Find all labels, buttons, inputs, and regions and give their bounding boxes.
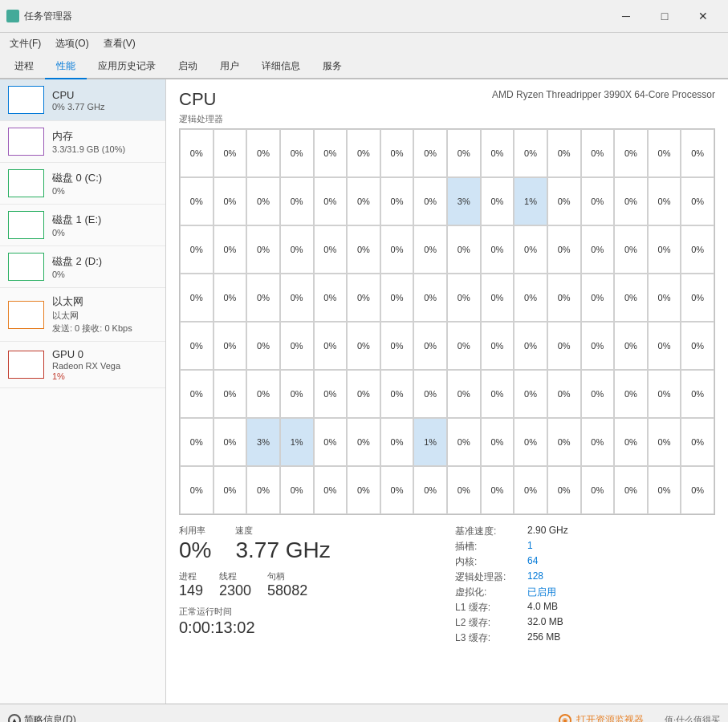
cpu-cell: 0%: [280, 225, 314, 274]
window-controls: ─ □ ✕: [608, 5, 722, 27]
cpu-cell: 0%: [413, 177, 447, 225]
cpu-cell: 0%: [447, 466, 481, 514]
title-bar: 任务管理器 ─ □ ✕: [0, 0, 728, 33]
bottom-bar-left: ▲ 简略信息(D): [8, 713, 76, 722]
cpu-cell: 0%: [180, 177, 214, 225]
cpu-cell: 1%: [280, 418, 314, 466]
cpu-cell: 0%: [614, 370, 648, 418]
sidebar-item-cpu[interactable]: CPU 0% 3.77 GHz: [0, 79, 165, 121]
cpu-cell: 0%: [314, 418, 348, 466]
cpu-cell: 0%: [481, 177, 514, 225]
tab-services[interactable]: 服务: [311, 55, 353, 79]
cpu-cell: 0%: [314, 370, 348, 418]
summary-icon: ▲: [8, 714, 21, 723]
spec-table: 基准速度: 2.90 GHz 插槽: 1 内核: 64 逻辑处理器: 128: [455, 525, 715, 645]
cpu-cell: 1%: [413, 418, 447, 466]
spec-logical-key: 逻辑处理器:: [455, 570, 527, 584]
stat-process: 进程 149: [179, 570, 203, 599]
cpu-cell: 0%: [347, 418, 380, 466]
cpu-cell: 0%: [280, 322, 314, 370]
sidebar-detail-disk0: 0%: [52, 186, 157, 196]
sidebar-label-disk1: 磁盘 1 (E:) 0%: [52, 213, 157, 237]
tab-app-history[interactable]: 应用历史记录: [87, 55, 167, 79]
sidebar-item-gpu[interactable]: GPU 0 Radeon RX Vega 1%: [0, 342, 165, 388]
cpu-cell: 0%: [214, 177, 247, 225]
cpu-grid: 0%0%0%0%0%0%0%0%0%0%0%0%0%0%0%0%0%0%0%0%…: [179, 128, 715, 515]
spec-cores-key: 内核:: [455, 555, 527, 569]
cpu-cell: 0%: [581, 466, 615, 514]
cpu-cell: 0%: [681, 466, 714, 514]
menu-bar: 文件(F) 选项(O) 查看(V): [0, 33, 728, 55]
sidebar-name-ethernet: 以太网: [52, 294, 157, 309]
sidebar-label-ethernet: 以太网 以太网 发送: 0 接收: 0 Kbps: [52, 294, 157, 335]
cpu-cell: 0%: [413, 370, 447, 418]
cpu-cell: 0%: [447, 418, 481, 466]
cpu-cell: 0%: [380, 466, 414, 514]
cpu-cell: 0%: [514, 322, 547, 370]
sidebar-item-ethernet[interactable]: 以太网 以太网 发送: 0 接收: 0 Kbps: [0, 288, 165, 342]
stat-row-pth: 进程 149 线程 2300 句柄 58082: [179, 570, 439, 599]
cpu-cell: 0%: [547, 322, 581, 370]
sidebar-name-disk0: 磁盘 0 (C:): [52, 171, 157, 185]
sidebar-detail-disk1: 0%: [52, 228, 157, 237]
cpu-cell: 0%: [280, 177, 314, 225]
sidebar-item-disk2[interactable]: 磁盘 2 (D:) 0%: [0, 246, 165, 288]
summary-link[interactable]: 简略信息(D): [24, 713, 76, 722]
tab-process[interactable]: 进程: [3, 55, 45, 79]
cpu-cell: 0%: [481, 418, 514, 466]
sidebar-item-memory[interactable]: 内存 3.3/31.9 GB (10%): [0, 121, 165, 163]
cpu-cell: 0%: [481, 129, 514, 177]
spec-base-speed-key: 基准速度:: [455, 525, 527, 538]
cpu-cell: 0%: [214, 274, 247, 322]
menu-options[interactable]: 选项(O): [49, 34, 95, 53]
cpu-cell: 0%: [447, 370, 481, 418]
spec-l1-val: 4.0 MB: [527, 601, 558, 615]
spec-virt-val: 已启用: [527, 586, 556, 599]
stat-utilization: 利用率 0%: [179, 525, 211, 564]
sidebar-name-memory: 内存: [52, 129, 157, 144]
menu-view[interactable]: 查看(V): [97, 34, 142, 53]
bottom-bar: ▲ 简略信息(D) ◉ 打开资源监视器 值·什么值得买: [0, 704, 728, 722]
spec-l3: L3 缓存: 256 MB: [455, 631, 715, 645]
cpu-cell: 0%: [246, 177, 280, 225]
stat-thread-value: 2300: [219, 582, 251, 599]
tab-details[interactable]: 详细信息: [250, 55, 311, 79]
cpu-cell: 0%: [581, 129, 615, 177]
spec-cores-val: 64: [527, 555, 538, 569]
cpu-cell: 0%: [648, 274, 681, 322]
close-button[interactable]: ✕: [685, 5, 722, 27]
stat-process-value: 149: [179, 582, 203, 599]
cpu-cell: 0%: [180, 274, 214, 322]
cpu-cell: 0%: [481, 274, 514, 322]
cpu-cell: 0%: [547, 418, 581, 466]
sidebar-detail-memory: 3.3/31.9 GB (10%): [52, 144, 157, 154]
cpu-cell: 0%: [481, 322, 514, 370]
sidebar-label-memory: 内存 3.3/31.9 GB (10%): [52, 129, 157, 154]
stat-thread: 线程 2300: [219, 570, 251, 599]
maximize-button[interactable]: □: [646, 5, 683, 27]
spec-logical: 逻辑处理器: 128: [455, 570, 715, 584]
cpu-cell: 0%: [314, 225, 348, 274]
minimize-button[interactable]: ─: [608, 5, 645, 27]
spec-socket: 插槽: 1: [455, 540, 715, 554]
sidebar-item-disk0[interactable]: 磁盘 0 (C:) 0%: [0, 163, 165, 205]
cpu-cell: 0%: [547, 274, 581, 322]
resource-link[interactable]: 打开资源监视器: [576, 713, 644, 722]
stat-process-label: 进程: [179, 570, 203, 582]
spec-base-speed: 基准速度: 2.90 GHz: [455, 525, 715, 538]
menu-file[interactable]: 文件(F): [3, 34, 47, 53]
stat-handle-label: 句柄: [267, 570, 307, 582]
sidebar-thumb-disk2: [8, 253, 44, 281]
cpu-cell: 0%: [481, 225, 514, 274]
spec-l2: L2 缓存: 32.0 MB: [455, 616, 715, 630]
cpu-cell: 0%: [648, 129, 681, 177]
sidebar-item-disk1[interactable]: 磁盘 1 (E:) 0%: [0, 205, 165, 246]
cpu-cell: 0%: [380, 225, 414, 274]
cpu-cell: 0%: [614, 418, 648, 466]
tab-startup[interactable]: 启动: [167, 55, 209, 79]
tab-performance[interactable]: 性能: [45, 55, 87, 79]
cpu-cell: 0%: [280, 129, 314, 177]
cpu-cell: 0%: [514, 466, 547, 514]
cpu-cell: 0%: [481, 466, 514, 514]
tab-users[interactable]: 用户: [209, 55, 250, 79]
